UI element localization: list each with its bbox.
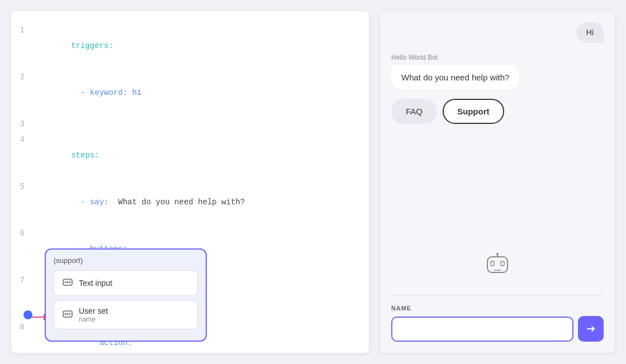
flow-node-item-text-input[interactable]: Text input xyxy=(54,270,198,296)
svg-point-2 xyxy=(65,281,67,283)
code-line-1: 1 triggers: xyxy=(11,22,369,69)
line-number-7: 7 xyxy=(11,272,34,288)
flow-node: (support) Text input xyxy=(45,248,207,342)
line-content-4: steps: xyxy=(34,132,369,179)
line-content-5: - say: What do you need help with? xyxy=(34,179,369,226)
code-line-2: 2 - keyword: hi xyxy=(11,69,369,116)
chat-messages: Hi Hello World Bot What do you need help… xyxy=(391,22,604,248)
line-number-1: 1 xyxy=(11,22,34,38)
user-set-content: User set name xyxy=(79,306,108,323)
svg-point-8 xyxy=(69,313,71,315)
user-set-icon xyxy=(62,308,73,322)
svg-point-4 xyxy=(69,281,71,283)
svg-point-14 xyxy=(496,253,499,255)
chat-panel: Hi Hello World Bot What do you need help… xyxy=(380,11,615,353)
line-number-6: 6 xyxy=(11,226,34,241)
bot-name: Hello World Bot xyxy=(391,54,519,61)
line-number-3: 3 xyxy=(11,116,34,132)
code-line-5: 5 - say: What do you need help with? xyxy=(11,179,369,226)
chat-input-area: NAME xyxy=(391,295,604,342)
text-input-label: Text input xyxy=(79,279,112,288)
code-line-4: 4 steps: xyxy=(11,132,369,179)
line-number-2: 2 xyxy=(11,69,34,85)
flow-dot xyxy=(23,310,32,319)
svg-rect-11 xyxy=(501,261,504,266)
line-number-8: 8 xyxy=(11,319,34,335)
main-container: 1 triggers: 2 - keyword: hi 3 4 steps: 5… xyxy=(0,0,626,364)
bot-icon xyxy=(485,252,510,282)
code-panel: 1 triggers: 2 - keyword: hi 3 4 steps: 5… xyxy=(11,11,369,353)
svg-rect-10 xyxy=(491,261,494,266)
svg-point-3 xyxy=(67,281,69,283)
code-line-3: 3 xyxy=(11,116,369,132)
support-button[interactable]: Support xyxy=(443,99,504,124)
chat-send-button[interactable] xyxy=(578,316,604,342)
chat-buttons: FAQ Support xyxy=(391,99,604,124)
line-content-2: - keyword: hi xyxy=(34,69,369,116)
chat-text-input[interactable] xyxy=(391,317,573,342)
bot-message: What do you need help with? xyxy=(391,65,519,90)
input-row xyxy=(391,316,604,342)
input-label: NAME xyxy=(391,305,604,312)
bot-icon-area xyxy=(391,248,604,286)
svg-point-7 xyxy=(67,313,69,315)
faq-button[interactable]: FAQ xyxy=(391,99,437,124)
text-input-icon xyxy=(62,276,73,290)
line-content-1: triggers: xyxy=(34,22,369,69)
flow-node-item-user-set[interactable]: User set name xyxy=(54,300,198,329)
flow-node-title: (support) xyxy=(54,256,198,265)
line-number-5: 5 xyxy=(11,179,34,194)
svg-point-6 xyxy=(65,313,67,315)
user-set-sub: name xyxy=(79,315,108,323)
bot-message-group: Hello World Bot What do you need help wi… xyxy=(391,54,519,90)
user-message: Hi xyxy=(576,22,604,42)
line-number-4: 4 xyxy=(11,132,34,147)
user-set-label: User set xyxy=(79,306,108,315)
